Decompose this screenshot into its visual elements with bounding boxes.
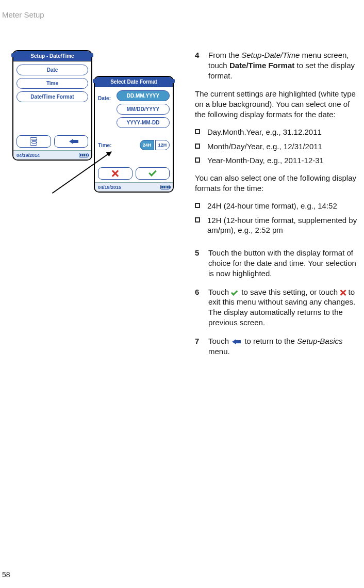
back-button[interactable]	[54, 135, 89, 148]
t: Touch	[208, 288, 231, 296]
option-12h[interactable]: 12H	[155, 140, 170, 150]
t: Touch the button with the display format…	[208, 248, 358, 278]
square-bullet-icon	[195, 144, 200, 149]
square-bullet-icon	[195, 203, 200, 208]
step-4: 4 From the Setup-Date/Time menu screen, …	[195, 50, 358, 81]
instruction-column: 4 From the Setup-Date/Time menu screen, …	[195, 50, 358, 364]
step-num-5: 5	[195, 248, 201, 278]
menu-date[interactable]: Date	[16, 65, 88, 75]
x-icon	[340, 290, 346, 296]
step-6: 6 Touch to save this setting, or touch t…	[195, 287, 358, 328]
device2-body: Date: DD.MM.YYYY MM/DD/YYYY YYYY-MM-DD T…	[95, 87, 173, 177]
step-num-4: 4	[195, 50, 201, 81]
battery-icon	[79, 153, 88, 157]
t: Setup-Date/Time	[241, 51, 300, 59]
device-select-date-format: Select Date Format Date: DD.MM.YYYY MM/D…	[94, 76, 174, 193]
device1-bottom-bar	[13, 133, 91, 150]
t: Date/Time Format	[229, 61, 294, 70]
option-yyyymmdd[interactable]: YYYY-MM-DD	[117, 117, 170, 128]
device1-title: Setup - Date/Time	[30, 53, 74, 59]
t: Setup-Basics	[297, 337, 342, 345]
step-num-7: 7	[195, 336, 201, 357]
arrow-left-icon	[69, 139, 73, 144]
t: 24H (24-hour time format), e.g., 14:52	[207, 201, 337, 211]
step-5: 5 Touch the button with the display form…	[195, 248, 358, 278]
t: 12H (12-hour time format, supplemented b…	[207, 215, 358, 236]
date-format-row: Date: DD.MM.YYYY MM/DD/YYYY YYYY-MM-DD	[98, 90, 170, 131]
time-format-row: Time: 24H 12H	[98, 140, 170, 150]
battery-icon	[160, 185, 170, 189]
square-bullet-icon	[195, 157, 200, 163]
t: to save this setting, or touch	[239, 288, 340, 296]
memory-icon	[30, 137, 37, 146]
bullet-mdy: Month/Day/Year, e.g., 12/31/2011	[195, 141, 358, 152]
page-number: 58	[2, 570, 10, 579]
bullet-12h: 12H (12-hour time format, supplemented b…	[195, 215, 358, 236]
square-bullet-icon	[195, 129, 200, 134]
t: Month/Day/Year, e.g., 12/31/2011	[207, 141, 322, 152]
option-mmddyyyy[interactable]: MM/DD/YYYY	[117, 104, 170, 115]
option-ddmmyyyy[interactable]: DD.MM.YYYY	[117, 90, 170, 101]
bullet-dmy: Day.Month.Year, e.g., 31.12.2011	[195, 127, 358, 137]
option-24h[interactable]: 24H	[140, 140, 154, 150]
paragraph-time-intro: You can also select one of the following…	[195, 173, 358, 194]
step-num-6: 6	[195, 287, 201, 328]
t: From the	[208, 51, 241, 59]
time-toggle: 24H 12H	[140, 140, 170, 150]
check-icon	[148, 168, 157, 177]
t: Day.Month.Year, e.g., 31.12.2011	[207, 127, 322, 137]
device2-title: Select Date Format	[110, 79, 157, 85]
confirm-button[interactable]	[136, 167, 170, 180]
device1-titlebar: Setup - Date/Time	[13, 51, 91, 61]
menu-datetime-format[interactable]: Date/Time Format	[16, 91, 88, 102]
check-icon	[231, 289, 238, 295]
step-7: 7 Touch to return to the Setup-Basics me…	[195, 336, 358, 357]
t: to return to the	[242, 337, 297, 345]
page-header: Meter Setup	[0, 10, 364, 19]
device2-status-bar: 04/19/2015	[95, 182, 173, 192]
t: Touch	[208, 337, 231, 345]
device1-status-date: 04/19/2014	[16, 153, 40, 158]
bullet-ymd: Year-Month-Day, e.g., 2011-12-31	[195, 155, 358, 166]
memory-button[interactable]	[16, 135, 51, 148]
bullet-24h: 24H (24-hour time format), e.g., 14:52	[195, 201, 358, 211]
device1-body: Date Time Date/Time Format	[13, 61, 91, 145]
square-bullet-icon	[195, 217, 200, 223]
menu-time[interactable]: Time	[16, 78, 88, 89]
device-setup-datetime: Setup - Date/Time Date Time Date/Time Fo…	[12, 50, 92, 161]
paragraph-formats-intro: The current settings are highlighted (wh…	[195, 89, 358, 119]
t: menu.	[208, 347, 230, 356]
device1-status-bar: 04/19/2014	[13, 150, 91, 160]
t: Year-Month-Day, e.g., 2011-12-31	[207, 155, 324, 166]
time-label: Time:	[98, 142, 112, 148]
cancel-button[interactable]	[98, 167, 133, 180]
x-icon	[111, 170, 119, 177]
device2-status-date: 04/19/2015	[98, 185, 121, 190]
arrow-left-icon	[232, 339, 236, 344]
device2-bottom-bar	[95, 165, 173, 182]
date-label: Date:	[98, 92, 117, 101]
device2-titlebar: Select Date Format	[95, 77, 173, 87]
